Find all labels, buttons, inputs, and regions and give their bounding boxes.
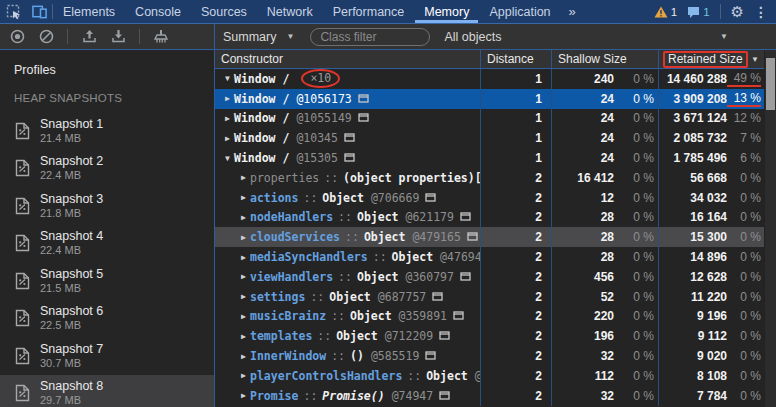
reveal-in-summary-icon[interactable] [358, 92, 369, 106]
collapsed-icon[interactable]: ▶ [237, 312, 250, 321]
snapshot-item-8[interactable]: Snapshot 829.7 MB [0, 375, 214, 407]
reveal-in-summary-icon[interactable] [432, 290, 443, 304]
shallow-size-value: 32 [552, 349, 614, 363]
warning-count: 1 [671, 6, 677, 18]
tab-console[interactable]: Console [125, 0, 191, 23]
collapsed-icon[interactable]: ▶ [237, 233, 250, 242]
more-tabs-button[interactable]: » [561, 0, 584, 23]
snapshot-item-5[interactable]: Snapshot 521.5 MB [0, 262, 214, 300]
object-type: Object [329, 290, 371, 304]
distance-value: 2 [481, 191, 542, 205]
table-row[interactable]: ▼Window /×1012400 %14 460 28849 % [215, 69, 764, 89]
reveal-in-summary-icon[interactable] [439, 329, 450, 343]
expanded-icon[interactable]: ▼ [221, 154, 234, 163]
snapshot-item-4[interactable]: Snapshot 422.4 MB [0, 225, 214, 263]
save-profile-icon[interactable] [110, 29, 126, 45]
tab-elements[interactable]: Elements [53, 0, 125, 23]
table-row[interactable]: ▶cloudServices::Object@4791652280 %15 30… [215, 227, 764, 247]
collapsed-icon[interactable]: ▶ [237, 332, 250, 341]
table-row[interactable]: ▶Window /@10551491240 %3 671 12412 % [215, 109, 764, 129]
collapsed-icon[interactable]: ▶ [237, 193, 250, 202]
tab-sources[interactable]: Sources [191, 0, 257, 23]
collapsed-icon[interactable]: ▶ [237, 371, 250, 380]
column-header-constructor[interactable]: Constructor [215, 50, 481, 68]
collapsed-icon[interactable]: ▶ [237, 253, 250, 262]
snapshot-item-1[interactable]: Snapshot 121.4 MB [0, 112, 214, 150]
table-row[interactable]: ▼Window /@153051240 %1 785 4966 % [215, 148, 764, 168]
chevron-down-icon[interactable]: ▼ [286, 32, 294, 41]
collapsed-icon[interactable]: ▶ [237, 173, 250, 182]
collapsed-icon[interactable]: ▶ [237, 292, 250, 301]
reveal-in-summary-icon[interactable] [358, 111, 369, 125]
class-filter-input[interactable] [310, 28, 430, 46]
column-header-shallow-size[interactable]: Shallow Size [552, 50, 659, 68]
sort-descending-icon[interactable]: ▼ [751, 55, 759, 64]
load-profile-icon[interactable] [81, 29, 97, 45]
distance-cell: 1 [481, 69, 552, 89]
collapsed-icon[interactable]: ▶ [237, 272, 250, 281]
reveal-in-summary-icon[interactable] [467, 230, 478, 244]
snapshot-item-6[interactable]: Snapshot 622.5 MB [0, 300, 214, 338]
table-row[interactable]: ▶Window /@10561731240 %3 909 20813 % [215, 89, 764, 109]
messages-badge[interactable]: 1 [687, 6, 709, 18]
separator: :: [331, 309, 345, 323]
reveal-in-summary-icon[interactable] [460, 270, 471, 284]
reveal-in-summary-icon[interactable] [460, 210, 471, 224]
clear-profiles-icon[interactable] [38, 29, 54, 45]
table-row[interactable]: ▶Promise::Promise()@749472320 %7 7840 % [215, 386, 764, 406]
column-header-retained-size[interactable]: Retained Size ▼ [659, 50, 764, 68]
reveal-in-summary-icon[interactable] [425, 191, 436, 205]
reveal-in-summary-icon[interactable] [425, 349, 436, 363]
table-row[interactable]: ▶properties::(object properties)[]216 41… [215, 168, 764, 188]
tab-application[interactable]: Application [479, 0, 560, 23]
table-row[interactable]: ▶nodeHandlers::Object@6211792280 %16 164… [215, 208, 764, 228]
table-row[interactable]: ▶musicBrainz::Object@35989122200 %9 1960… [215, 307, 764, 327]
reveal-in-summary-icon[interactable] [344, 151, 355, 165]
perspective-select[interactable]: Summary [223, 30, 276, 44]
retained-size-cell: 7 7840 % [659, 386, 764, 406]
reveal-in-summary-icon[interactable] [344, 131, 355, 145]
separator: :: [310, 290, 324, 304]
reveal-in-summary-icon[interactable] [453, 309, 464, 323]
scope-select[interactable]: All objects [444, 30, 501, 44]
vertical-scrollbar[interactable] [764, 50, 776, 407]
column-header-distance[interactable]: Distance [481, 50, 552, 68]
collapsed-icon[interactable]: ▶ [237, 213, 250, 222]
table-row[interactable]: ▶actions::Object@7066692120 %34 0320 % [215, 188, 764, 208]
retained-size-percent: 0 % [727, 290, 761, 304]
table-row[interactable]: ▶mediaSyncHandlers::Object@4769432280 %1… [215, 247, 764, 267]
property-name: settings [250, 290, 305, 304]
retained-size-cell: 34 0320 % [659, 188, 764, 208]
collapsed-icon[interactable]: ▶ [221, 94, 234, 103]
settings-gear-icon[interactable]: ⚙ [731, 4, 744, 19]
more-options-icon[interactable]: ⋮ [754, 5, 768, 19]
device-toolbar-icon[interactable] [32, 4, 48, 20]
table-row[interactable]: ▶viewHandlers::Object@36079724560 %12 62… [215, 267, 764, 287]
tab-performance[interactable]: Performance [323, 0, 415, 23]
constructor-name: Window / [234, 72, 289, 86]
snapshot-size: 21.5 MB [40, 282, 103, 295]
table-row[interactable]: ▶settings::Object@6877572520 %11 2200 % [215, 287, 764, 307]
message-count: 1 [703, 6, 709, 18]
scrollbar-thumb[interactable] [766, 58, 775, 110]
table-row[interactable]: ▶Window /@103451240 %2 085 7327 % [215, 128, 764, 148]
inspect-icon[interactable] [6, 4, 22, 20]
snapshot-item-3[interactable]: Snapshot 321.8 MB [0, 187, 214, 225]
table-row[interactable]: ▶InnerWindow::()@5855192320 %9 0200 % [215, 346, 764, 366]
collapsed-icon[interactable]: ▶ [221, 134, 234, 143]
snapshot-item-7[interactable]: Snapshot 730.7 MB [0, 337, 214, 375]
collapsed-icon[interactable]: ▶ [221, 114, 234, 123]
table-row[interactable]: ▶playerControlsHandlers::Object@4421120 … [215, 366, 764, 386]
reveal-in-summary-icon[interactable] [439, 389, 450, 403]
chevron-down-icon[interactable]: ▼ [720, 32, 728, 41]
table-row[interactable]: ▶templates::Object@71220921960 %9 1120 % [215, 326, 764, 346]
tab-network[interactable]: Network [257, 0, 323, 23]
collapsed-icon[interactable]: ▶ [237, 352, 250, 361]
collect-garbage-icon[interactable] [153, 29, 169, 45]
warnings-badge[interactable]: 1 [654, 6, 677, 18]
tab-memory[interactable]: Memory [414, 0, 479, 23]
expanded-icon[interactable]: ▼ [221, 74, 234, 83]
snapshot-item-2[interactable]: Snapshot 222.4 MB [0, 150, 214, 188]
collapsed-icon[interactable]: ▶ [237, 391, 250, 400]
record-heap-snapshot-icon[interactable] [9, 29, 25, 45]
